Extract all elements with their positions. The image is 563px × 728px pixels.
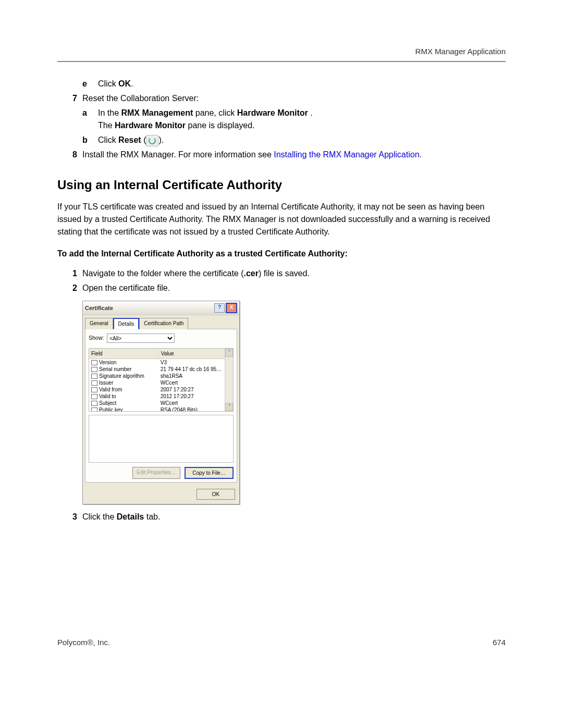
step-7: 7 Reset the Collaboration Server:: [57, 92, 506, 105]
substep-7a: a In the RMX Management pane, click Hard…: [82, 107, 506, 132]
certificate-dialog: Certificate ? X General Details Certific…: [82, 301, 240, 504]
section-title: Using an Internal Certificate Authority: [57, 176, 506, 194]
show-select[interactable]: <All>: [107, 334, 175, 343]
text: pane, click: [193, 108, 237, 117]
text: .: [420, 150, 422, 159]
field-value: WCcert: [158, 400, 225, 406]
procedure-heading: To add the Internal Certificate Authorit…: [57, 248, 506, 260]
list-item[interactable]: Signature algorithmsha1RSA: [89, 373, 225, 379]
install-rmx-link[interactable]: Installing the RMX Manager Application: [274, 150, 419, 159]
field-icon: [91, 408, 97, 412]
step2-text: Open the certificate file.: [82, 282, 506, 294]
step-7-text: Reset the Collaboration Server:: [82, 92, 506, 105]
reset-icon: [146, 135, 158, 146]
field-icon: [91, 374, 97, 379]
field-value: 2007 17:20:27: [158, 386, 225, 393]
text: In the: [98, 108, 121, 117]
col-header-value: Value: [159, 349, 225, 359]
titlebar: Certificate ? X: [83, 301, 239, 315]
fields-list: Field Value VersionV3Serial number21 79 …: [89, 348, 234, 412]
field-icon: [91, 401, 97, 406]
field-icon: [91, 367, 97, 372]
scroll-down-icon[interactable]: ˅: [225, 403, 233, 411]
text: .: [308, 108, 313, 117]
letter-e: e: [82, 78, 98, 90]
field-name: Serial number: [99, 366, 131, 373]
show-label: Show:: [89, 334, 104, 342]
list-item[interactable]: VersionV3: [89, 359, 225, 366]
text: .: [131, 79, 133, 88]
tab-panel-details: Show: <All> Field Value VersionV3Serial …: [85, 329, 237, 483]
tab-details[interactable]: Details: [113, 318, 140, 329]
field-value: WCcert: [158, 379, 225, 386]
list-item[interactable]: Valid to2012 17:20:27: [89, 393, 225, 400]
reset-bold: Reset: [118, 135, 141, 144]
field-name: Subject: [99, 400, 116, 406]
text: The: [98, 121, 115, 130]
text: Navigate to the folder where the certifi…: [82, 269, 244, 278]
dialog-title: Certificate: [85, 304, 213, 313]
proc-step-2: 2 Open the certificate file.: [57, 282, 506, 294]
list-item[interactable]: IssuerWCcert: [89, 379, 225, 386]
step-8: 8 Install the RMX Manager. For more info…: [57, 149, 506, 161]
field-name: Issuer: [99, 379, 113, 386]
text: pane is displayed.: [186, 121, 255, 130]
field-value: RSA (2048 Bits): [158, 406, 225, 411]
list-item[interactable]: Public keyRSA (2048 Bits): [89, 406, 225, 411]
close-button[interactable]: X: [226, 303, 237, 313]
field-name: Signature algorithm: [99, 373, 144, 379]
edit-properties-button[interactable]: Edit Properties…: [132, 467, 180, 479]
page-footer: Polycom®, Inc. 674: [57, 638, 506, 647]
dialog-tabs: General Details Certification Path: [83, 315, 239, 329]
field-value: 21 79 44 17 dc cb 16 95 41 a6…: [158, 366, 225, 373]
list-item[interactable]: Serial number21 79 44 17 dc cb 16 95 41 …: [89, 366, 225, 373]
field-icon: [91, 387, 97, 392]
page-header-right: RMX Manager Application: [57, 47, 506, 61]
letter-b: b: [82, 134, 98, 146]
header-rule: [57, 61, 506, 62]
section-para: If your TLS certificate was created and …: [57, 201, 506, 238]
text: Install the RMX Manager. For more inform…: [82, 150, 274, 159]
proc-step-1: 1 Navigate to the folder where the certi…: [57, 267, 506, 280]
tab-cert-path[interactable]: Certification Path: [139, 318, 188, 329]
num-8: 8: [57, 149, 82, 161]
text: ).: [158, 135, 164, 144]
field-name: Valid from: [99, 386, 122, 393]
copy-to-file-button[interactable]: Copy to File…: [185, 467, 234, 479]
text: Click: [98, 135, 118, 144]
text: Click: [98, 79, 118, 88]
field-value: 2012 17:20:27: [158, 393, 225, 400]
num-1: 1: [57, 267, 82, 280]
field-icon: [91, 360, 97, 365]
list-scrollbar[interactable]: ˄ ˅: [225, 349, 233, 411]
field-name: Version: [99, 359, 116, 366]
substep-7b: b Click Reset ().: [82, 134, 506, 146]
scroll-up-icon[interactable]: ˄: [225, 349, 233, 357]
field-name: Valid to: [99, 393, 116, 400]
field-detail-box: [89, 415, 234, 463]
field-name: Public key: [99, 406, 123, 411]
ok-bold: OK: [118, 79, 131, 88]
text: (: [141, 135, 146, 144]
field-icon: [91, 394, 97, 399]
text: Click the: [82, 512, 117, 521]
col-header-field: Field: [89, 349, 159, 359]
text: ) file is saved.: [259, 269, 310, 278]
help-button[interactable]: ?: [214, 303, 225, 313]
tab-general[interactable]: General: [85, 318, 113, 329]
list-item[interactable]: SubjectWCcert: [89, 400, 225, 406]
list-item[interactable]: Valid from2007 17:20:27: [89, 386, 225, 393]
num-7: 7: [57, 92, 82, 105]
num-2: 2: [57, 282, 82, 294]
substep-6e: e Click OK.: [82, 78, 506, 90]
rmx-mgmt-bold: RMX Management: [121, 108, 193, 117]
field-value: sha1RSA: [158, 373, 225, 379]
hw-monitor-bold: Hardware Monitor: [237, 108, 308, 117]
num-3: 3: [57, 511, 82, 523]
ok-button[interactable]: OK: [197, 489, 235, 500]
field-value: V3: [158, 359, 225, 366]
cer-bold: .cer: [244, 269, 259, 278]
field-icon: [91, 380, 97, 386]
text: tab.: [144, 512, 160, 521]
proc-step-3: 3 Click the Details tab.: [57, 511, 506, 523]
